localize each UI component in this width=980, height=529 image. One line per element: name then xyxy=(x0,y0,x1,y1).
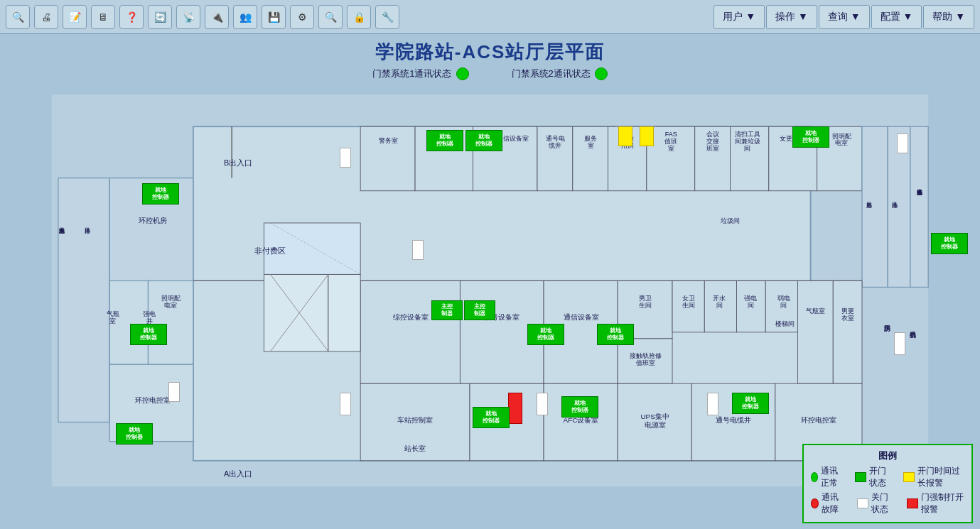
controller-chezhan[interactable]: 就地控制器 xyxy=(473,407,510,428)
monitor-icon[interactable]: 🖥 xyxy=(91,5,115,29)
svg-text:电室: 电室 xyxy=(835,139,848,146)
controller-huankong-left[interactable]: 就地控制器 xyxy=(142,183,179,204)
controller-xinhao[interactable]: 就地控制器 xyxy=(527,324,564,345)
menu-action[interactable]: 操作 ▼ xyxy=(766,5,817,29)
system1-label: 门禁系统1通讯状态 xyxy=(372,67,451,80)
legend-green-box xyxy=(855,472,866,482)
svg-text:间: 间 xyxy=(744,145,750,152)
legend-red-dot xyxy=(811,498,819,508)
svg-rect-13 xyxy=(730,126,768,190)
controller-red[interactable] xyxy=(508,393,522,424)
legend-row-2: 通讯故障 关门状态 门强制打开报警 xyxy=(811,491,964,516)
system2-indicator xyxy=(595,67,608,80)
menu-help[interactable]: 帮助 ▼ xyxy=(923,5,974,29)
svg-text:照明配: 照明配 xyxy=(161,295,181,302)
svg-text:间: 间 xyxy=(716,302,723,309)
svg-text:电室: 电室 xyxy=(164,302,177,309)
svg-text:排风道: 排风道 xyxy=(892,202,898,209)
svg-text:环控电控室: 环控电控室 xyxy=(135,396,171,404)
search-icon[interactable]: 🔍 xyxy=(6,5,30,29)
svg-rect-33 xyxy=(544,383,618,461)
svg-rect-9 xyxy=(573,126,608,190)
network-icon[interactable]: 📡 xyxy=(176,5,200,29)
door-indicator-5 xyxy=(707,393,718,415)
svg-text:间兼垃圾: 间兼垃圾 xyxy=(735,138,760,145)
svg-rect-2 xyxy=(58,178,109,422)
controller-top2[interactable]: 就地控制器 xyxy=(465,130,502,151)
svg-rect-28 xyxy=(765,280,797,332)
power-icon[interactable]: 🔌 xyxy=(205,5,229,29)
controller-tongxin[interactable]: 就地控制器 xyxy=(597,324,634,345)
status-row: 门禁系统1通讯状态 门禁系统2通讯状态 xyxy=(0,67,980,80)
controller-huankong-ctrl[interactable]: 就地控制器 xyxy=(116,423,153,445)
controller-right-top[interactable]: 就地控制器 xyxy=(931,233,968,254)
svg-text:警务室: 警务室 xyxy=(379,137,398,144)
legend-door-timeout-label: 开门时间过长报警 xyxy=(917,465,964,489)
controller-bottom-right[interactable]: 就地控制器 xyxy=(732,393,769,414)
svg-text:FAS: FAS xyxy=(665,131,677,138)
svg-text:站长室: 站长室 xyxy=(404,445,426,452)
svg-rect-29 xyxy=(798,280,834,383)
controller-zongkong1[interactable]: 主控制器 xyxy=(431,300,463,320)
controller-zongkong2[interactable]: 主控制器 xyxy=(464,300,495,320)
menu-config[interactable]: 配置 ▼ xyxy=(871,5,922,29)
refresh-icon[interactable]: 🔄 xyxy=(148,5,172,29)
svg-text:女卫: 女卫 xyxy=(682,295,695,302)
controller-anjian1[interactable] xyxy=(618,126,632,146)
svg-text:通号电: 通号电 xyxy=(546,135,565,142)
svg-text:综控设备室: 综控设备室 xyxy=(393,313,429,321)
people-icon[interactable]: 👥 xyxy=(233,5,257,29)
svg-text:车站控制室: 车站控制室 xyxy=(397,416,433,424)
svg-text:照明配: 照明配 xyxy=(832,133,851,140)
controller-left-mid[interactable]: 就地控制器 xyxy=(130,324,167,345)
legend-door-open-label: 开门状态 xyxy=(869,465,892,489)
save-icon[interactable]: 💾 xyxy=(262,5,286,29)
svg-text:新风道: 新风道 xyxy=(866,202,872,208)
legend-comm-normal: 通讯正常 xyxy=(811,465,844,489)
main-content: 学院路站-ACS站厅层平面 门禁系统1通讯状态 门禁系统2通讯状态 xyxy=(0,34,980,529)
controller-anjian2[interactable] xyxy=(640,126,654,146)
svg-text:生间: 生间 xyxy=(639,302,652,309)
legend-green-dot xyxy=(811,472,818,482)
legend-yellow-box xyxy=(903,472,915,482)
svg-text:接触轨抢修: 接触轨抢修 xyxy=(630,352,662,359)
menu-user[interactable]: 用户 ▼ xyxy=(714,5,765,29)
svg-text:开水: 开水 xyxy=(713,295,726,302)
controller-piaowu[interactable]: 就地控制器 xyxy=(561,396,598,418)
svg-text:班室: 班室 xyxy=(706,145,719,152)
lock-icon[interactable]: 🔒 xyxy=(347,5,371,29)
svg-text:A出入口: A出入口 xyxy=(224,469,252,478)
svg-rect-38 xyxy=(109,280,148,364)
svg-text:气瓶: 气瓶 xyxy=(107,310,119,317)
svg-line-111 xyxy=(270,274,328,351)
help-icon[interactable]: ❓ xyxy=(119,5,144,29)
print-icon[interactable]: 🖨 xyxy=(34,5,58,29)
system1-status: 门禁系统1通讯状态 xyxy=(372,67,468,80)
controller-zhaoming[interactable]: 就地控制器 xyxy=(792,126,829,148)
door-indicator-2 xyxy=(412,240,424,260)
controller-top1[interactable]: 就地控制器 xyxy=(426,130,463,151)
edit-icon[interactable]: 📝 xyxy=(63,5,87,29)
legend-white-box xyxy=(857,498,868,508)
tool-icon[interactable]: 🔧 xyxy=(375,5,399,29)
menu-query[interactable]: 查询 ▼ xyxy=(819,5,870,29)
svg-text:排风道: 排风道 xyxy=(85,227,90,234)
svg-text:服务: 服务 xyxy=(584,135,597,142)
svg-rect-26 xyxy=(704,280,736,332)
toolbar: 🔍 🖨 📝 🖥 ❓ 🔄 📡 🔌 👥 💾 ⚙ 🔍 🔒 🔧 用户 ▼ 操作 ▼ 查询… xyxy=(0,0,980,34)
svg-text:环控机房: 环控机房 xyxy=(139,217,167,224)
svg-text:清扫工具: 清扫工具 xyxy=(735,131,760,138)
svg-text:非付费区: 非付费区 xyxy=(254,246,286,255)
door-indicator-7 xyxy=(894,332,905,355)
svg-rect-12 xyxy=(695,126,731,190)
svg-text:电源室: 电源室 xyxy=(645,421,666,429)
zoom-icon[interactable]: 🔍 xyxy=(318,5,343,29)
door-indicator-3 xyxy=(340,393,351,415)
svg-rect-39 xyxy=(149,280,193,364)
settings-icon[interactable]: ⚙ xyxy=(290,5,314,29)
svg-rect-40 xyxy=(264,274,328,351)
svg-line-112 xyxy=(270,223,360,274)
legend-title: 图例 xyxy=(811,449,964,462)
svg-text:UPS集中: UPS集中 xyxy=(640,413,669,420)
svg-text:男卫: 男卫 xyxy=(639,295,652,302)
